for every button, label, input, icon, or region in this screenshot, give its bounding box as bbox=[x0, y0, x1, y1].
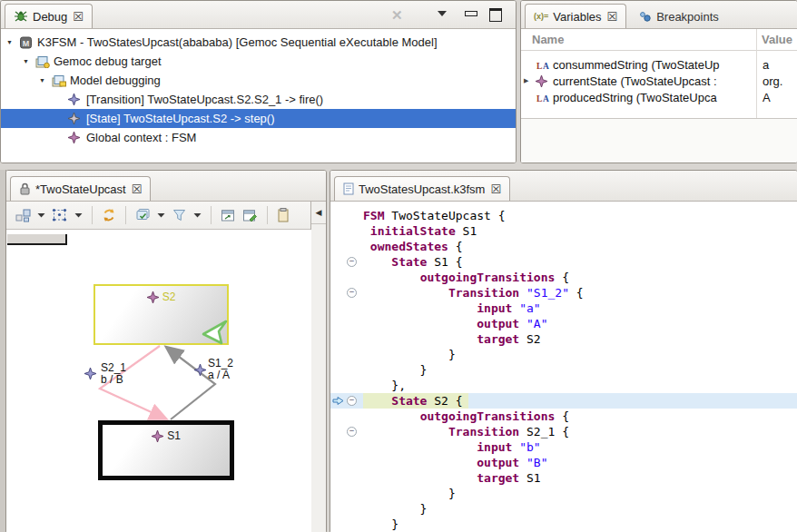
fold-collapse-icon[interactable]: − bbox=[345, 424, 363, 439]
clipboard-icon[interactable] bbox=[277, 208, 290, 222]
code-area[interactable]: FSM TwoStateUpcast { initialState S1 own… bbox=[330, 202, 797, 532]
close-icon[interactable]: ☒ bbox=[73, 10, 84, 24]
variable-row[interactable]: LAproducedString (TwoStateUpcaA bbox=[521, 89, 797, 105]
svg-text:L: L bbox=[536, 61, 542, 70]
fold-collapse-icon[interactable]: − bbox=[345, 285, 363, 300]
state-label: S2 bbox=[162, 291, 176, 303]
debug-tree-item[interactable]: ▼Model debugging bbox=[1, 71, 516, 90]
fold-collapse-icon[interactable]: − bbox=[345, 393, 363, 409]
debug-tree-item-label: [Transition] TwoStateUpcast.S2.S2_1 -> f… bbox=[84, 93, 323, 106]
variables-icon: (x)= bbox=[534, 12, 548, 21]
debug-tree-item[interactable]: ▼Gemoc debug target bbox=[1, 52, 516, 71]
string-var-icon: LA bbox=[536, 60, 553, 70]
annotation-ruler-cell bbox=[330, 517, 345, 532]
column-header-value[interactable]: Value bbox=[762, 33, 792, 46]
svg-text:L: L bbox=[536, 94, 542, 103]
edit-diagram-icon[interactable] bbox=[242, 209, 258, 222]
annotation-ruler-cell bbox=[330, 378, 345, 393]
annotation-ruler-cell bbox=[330, 316, 345, 331]
tab-debug-label: Debug bbox=[33, 10, 67, 24]
code-line: outgoingTransitions { bbox=[330, 270, 797, 285]
diagram-toolbar bbox=[6, 202, 311, 230]
fold-ruler-cell bbox=[345, 486, 363, 501]
maximize-icon[interactable] bbox=[489, 8, 502, 22]
expander-icon[interactable]: ▶ bbox=[521, 77, 536, 84]
fold-ruler-cell bbox=[345, 316, 363, 331]
debug-tree-item[interactable]: Global context : FSM bbox=[1, 128, 516, 147]
annotation-ruler-cell bbox=[330, 331, 345, 347]
dropdown-icon[interactable] bbox=[157, 212, 165, 218]
fold-ruler-cell bbox=[345, 331, 363, 347]
refresh-icon[interactable] bbox=[102, 208, 116, 222]
debug-tree-item[interactable]: [Transition] TwoStateUpcast.S2.S2_1 -> f… bbox=[1, 90, 516, 109]
dropdown-icon[interactable] bbox=[193, 212, 202, 218]
fold-ruler-cell bbox=[345, 362, 363, 378]
tab-variables[interactable]: (x)= Variables ☒ bbox=[525, 4, 626, 28]
variable-value: A bbox=[763, 91, 771, 104]
sparkle-gray-icon bbox=[68, 113, 84, 124]
code-line: } bbox=[330, 501, 797, 517]
variable-row[interactable]: ▶currentState (TwoStateUpcast :org. bbox=[521, 73, 797, 89]
remove-terminated-icon[interactable]: ✕ bbox=[391, 7, 403, 24]
tab-debug[interactable]: Debug ☒ bbox=[5, 4, 93, 28]
editor-tabbar: TwoStatesUpcast.k3fsm ☒ bbox=[330, 171, 797, 202]
palette-collapse-icon[interactable]: ◀ bbox=[311, 202, 326, 224]
expander-icon[interactable]: ▼ bbox=[6, 39, 19, 45]
annotation-ruler-cell bbox=[330, 470, 345, 486]
debug-tree-item-label: Model debugging bbox=[68, 74, 161, 87]
scrollbar-thumb[interactable] bbox=[7, 234, 67, 245]
fold-ruler-cell bbox=[345, 409, 363, 424]
toolbar-separator bbox=[267, 206, 268, 224]
tab-diagram[interactable]: *TwoStateUpcast ☒ bbox=[10, 176, 151, 201]
sparkle-purple-icon bbox=[147, 291, 159, 303]
tab-breakpoints-label: Breakpoints bbox=[656, 10, 719, 24]
svg-text:A: A bbox=[543, 61, 549, 70]
code-line: − Transition S2_1 { bbox=[330, 424, 797, 439]
expander-icon[interactable]: ▼ bbox=[23, 58, 35, 64]
tab-diagram-label: *TwoStateUpcast bbox=[35, 182, 126, 196]
dropdown-icon[interactable] bbox=[74, 212, 83, 218]
state-label: S1 bbox=[167, 429, 181, 442]
tab-k3fsm-file[interactable]: TwoStatesUpcast.k3fsm ☒ bbox=[334, 176, 510, 201]
annotation-ruler-cell bbox=[330, 439, 345, 455]
export-diagram-icon[interactable] bbox=[221, 209, 236, 222]
toolbar-separator bbox=[125, 206, 126, 224]
lock-icon bbox=[19, 182, 31, 195]
string-var-icon: LA bbox=[536, 93, 553, 103]
fold-ruler-cell bbox=[345, 517, 363, 532]
state-node-S1[interactable]: S1 bbox=[98, 420, 234, 480]
close-icon[interactable]: ☒ bbox=[607, 10, 618, 24]
sparkle-blue-icon bbox=[194, 364, 206, 376]
annotation-ruler-cell bbox=[330, 208, 345, 223]
layers-icon[interactable] bbox=[135, 208, 151, 222]
code-line: − State S1 { bbox=[330, 254, 797, 270]
filter-icon[interactable] bbox=[172, 208, 187, 222]
fold-ruler-cell bbox=[345, 501, 363, 517]
annotation-ruler-cell bbox=[330, 270, 345, 285]
diagram-canvas[interactable]: S2S1S2_1b / BS1_2a / A bbox=[6, 230, 311, 532]
dropdown-icon[interactable] bbox=[37, 212, 45, 218]
minimize-icon[interactable] bbox=[465, 11, 477, 16]
close-icon[interactable]: ☒ bbox=[490, 182, 501, 196]
sparkle-purple-icon bbox=[536, 75, 553, 87]
debug-tabbar: Debug ☒ ✕ bbox=[1, 1, 516, 29]
diagram-editor-view: *TwoStateUpcast ☒ ◀ S2S1S2_1b / BS1_2a /… bbox=[5, 170, 327, 532]
column-header-name[interactable]: Name bbox=[532, 33, 564, 46]
close-icon[interactable]: ☒ bbox=[132, 182, 143, 196]
transition-label-S1_2[interactable]: S1_2a / A bbox=[208, 358, 233, 381]
marquee-icon[interactable] bbox=[52, 208, 68, 222]
palette-collapsed[interactable]: ◀ bbox=[310, 202, 326, 532]
annotation-ruler-cell bbox=[330, 455, 345, 470]
debug-tree-item[interactable]: [State] TwoStateUpcast.S2 -> step() bbox=[1, 109, 516, 128]
variable-row[interactable]: LAconsummedString (TwoStateUpa bbox=[521, 56, 797, 73]
arrange-icon[interactable] bbox=[15, 208, 31, 222]
expander-icon[interactable]: ▼ bbox=[39, 77, 52, 84]
debug-tree[interactable]: ▼MK3FSM - TwoStatesUpcast(abababa) [Gemo… bbox=[1, 29, 516, 163]
tab-breakpoints[interactable]: Breakpoints bbox=[630, 4, 728, 28]
annotation-ruler-cell bbox=[330, 254, 345, 270]
variables-table: Name Value LAconsummedString (TwoStateUp… bbox=[521, 29, 797, 163]
transition-label-S2_1[interactable]: S2_1b / B bbox=[101, 362, 126, 386]
debug-tree-item[interactable]: ▼MK3FSM - TwoStatesUpcast(abababa) [Gemo… bbox=[1, 33, 516, 52]
view-menu-icon[interactable] bbox=[438, 11, 447, 16]
fold-collapse-icon[interactable]: − bbox=[345, 254, 363, 270]
